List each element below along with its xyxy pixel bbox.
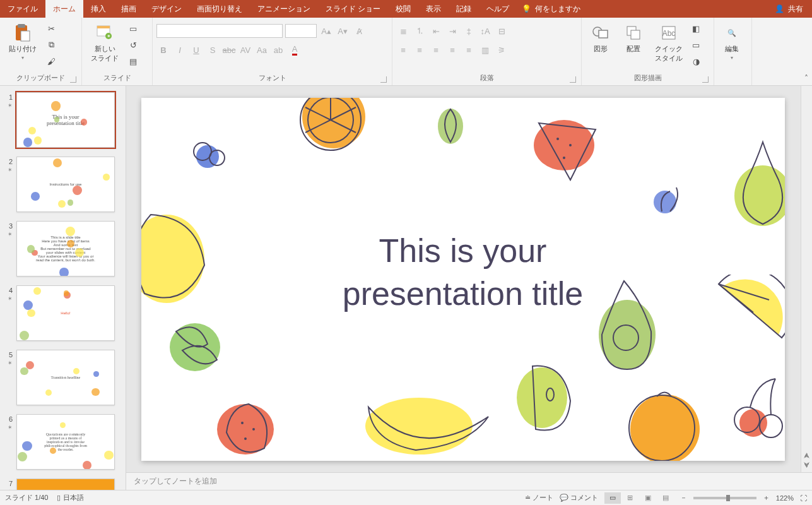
convert-smartart-button[interactable]: ⚞ (495, 43, 509, 57)
highlight-button[interactable]: ab (271, 43, 285, 57)
slide-sorter-view-button[interactable]: ⊞ (622, 492, 638, 504)
shapes-button[interactable]: 図形 (585, 20, 616, 54)
collapse-ribbon-button[interactable]: ˄ (804, 74, 808, 83)
paragraph-dialog-launcher[interactable] (570, 76, 576, 83)
thumbnail-5[interactable]: 5✶Transition headline (4, 350, 122, 405)
char-spacing-button[interactable]: AV (238, 43, 252, 57)
line-spacing-button[interactable]: ‡ (462, 24, 476, 38)
layout-button[interactable]: ▭ (126, 21, 140, 35)
quick-styles-button[interactable]: Abc クイック スタイル (651, 20, 686, 63)
zoom-level[interactable]: 122% (776, 494, 794, 502)
language-indicator[interactable]: ▯ 日本語 (57, 493, 83, 502)
tab-recording[interactable]: 記録 (449, 0, 479, 18)
text-direction-button[interactable]: ↕A (478, 24, 492, 38)
thumb-preview[interactable]: Instructions for use (16, 157, 115, 212)
slideshow-view-button[interactable]: ▤ (657, 492, 674, 504)
format-painter-button[interactable]: 🖌 (44, 54, 58, 68)
reset-button[interactable]: ↺ (126, 38, 140, 52)
increase-font-button[interactable]: A▴ (319, 24, 333, 38)
tab-transitions[interactable]: 画面切り替え (189, 0, 250, 18)
prev-slide-button[interactable]: ⮝ (804, 452, 810, 459)
comments-toggle[interactable]: 💬 コメント (560, 493, 598, 502)
shape-fill-button[interactable]: ◧ (689, 21, 703, 35)
paste-button[interactable]: 貼り付け ▾ (4, 20, 42, 61)
slide-title[interactable]: This is your presentation title (343, 230, 584, 315)
tab-animations[interactable]: アニメーション (250, 0, 318, 18)
bullets-button[interactable]: ≣ (396, 24, 410, 38)
tab-insert[interactable]: 挿入 (83, 0, 114, 18)
change-case-button[interactable]: Aa (255, 43, 269, 57)
font-dialog-launcher[interactable] (380, 76, 387, 83)
decrease-font-button[interactable]: A▾ (336, 24, 350, 38)
tab-home[interactable]: ホーム (45, 0, 83, 18)
paste-label: 貼り付け (9, 44, 37, 54)
tab-slideshow[interactable]: スライド ショー (318, 0, 388, 18)
cut-button[interactable]: ✂ (44, 21, 58, 35)
tab-file[interactable]: ファイル (0, 0, 45, 18)
notes-pane[interactable]: タップしてノートを追加 (126, 472, 812, 490)
shape-outline-button[interactable]: ▭ (689, 38, 703, 52)
zoom-out-button[interactable]: － (680, 493, 687, 502)
thumb-preview[interactable]: Big concept (16, 478, 115, 490)
tab-draw[interactable]: 描画 (114, 0, 144, 18)
shape-effects-button[interactable]: ◑ (689, 54, 703, 68)
tab-view[interactable]: 表示 (418, 0, 449, 18)
tab-design[interactable]: デザイン (144, 0, 189, 18)
thumb-preview[interactable]: This is your presentation title (16, 92, 115, 148)
font-size-combo[interactable] (285, 24, 317, 38)
thumbnail-3[interactable]: 3✶This is a slide title Here you have a … (4, 221, 122, 276)
thumbnail-7[interactable]: 7✶Big concept (4, 478, 122, 490)
clipboard-dialog-launcher[interactable] (70, 76, 76, 83)
thumb-preview[interactable]: This is a slide title Here you have a li… (16, 221, 115, 276)
slide-canvas[interactable]: This is your presentation title (141, 98, 785, 461)
zoom-slider[interactable] (693, 497, 756, 499)
editing-button[interactable]: 🔍 編集 ▾ (718, 20, 746, 61)
zoom-in-button[interactable]: ＋ (763, 493, 770, 502)
align-right-button[interactable]: ≡ (429, 43, 443, 57)
font-name-combo[interactable] (156, 24, 283, 38)
thumb-preview[interactable]: Quotations are commonly printed as a mea… (16, 414, 115, 470)
thumb-preview[interactable]: Transition headline (16, 350, 115, 405)
align-text-button[interactable]: ⊟ (495, 24, 509, 38)
thumbnail-6[interactable]: 6✶Quotations are commonly printed as a m… (4, 414, 122, 470)
columns-button[interactable]: ▥ (478, 43, 492, 57)
group-slides-label: スライド (86, 72, 148, 85)
thumbnail-4[interactable]: 4✶Hello! (4, 285, 122, 341)
vertical-scrollbar[interactable]: ⮝ ⮟ (801, 86, 812, 472)
arrange-button[interactable]: 配置 (618, 20, 649, 54)
thumb-preview[interactable]: Hello! (16, 285, 115, 341)
share-button[interactable]: 👤 共有 (766, 0, 812, 18)
strikethrough-button[interactable]: abc (222, 43, 236, 57)
thumbnail-panel[interactable]: 1✶This is your presentation title2✶Instr… (0, 86, 126, 490)
thumbnail-1[interactable]: 1✶This is your presentation title (4, 92, 122, 148)
increase-indent-button[interactable]: ⇥ (445, 24, 459, 38)
drawing-dialog-launcher[interactable] (702, 76, 709, 83)
thumbnail-2[interactable]: 2✶Instructions for use (4, 157, 122, 212)
slide-counter[interactable]: スライド 1/40 (5, 493, 48, 502)
fit-to-window-button[interactable]: ⛶ (800, 494, 807, 502)
tab-help[interactable]: ヘルプ (479, 0, 517, 18)
notes-toggle[interactable]: ≐ ノート (525, 493, 553, 502)
tell-me-search[interactable]: 💡 何をしますか (522, 0, 580, 18)
next-slide-button[interactable]: ⮟ (804, 461, 810, 468)
numbering-button[interactable]: ⒈ (413, 24, 427, 38)
normal-view-button[interactable]: ▭ (604, 492, 621, 504)
underline-button[interactable]: U (189, 43, 203, 57)
section-button[interactable]: ▤ (126, 54, 140, 68)
align-center-button[interactable]: ≡ (413, 43, 427, 57)
new-slide-button[interactable]: ✶ 新しい スライド (86, 20, 124, 63)
copy-button[interactable]: ⧉ (44, 38, 58, 52)
decrease-indent-button[interactable]: ⇤ (429, 24, 443, 38)
align-left-button[interactable]: ≡ (396, 43, 410, 57)
tab-review[interactable]: 校閲 (388, 0, 418, 18)
svg-point-37 (517, 367, 567, 428)
shadow-button[interactable]: S (206, 43, 220, 57)
distribute-button[interactable]: ≡ (462, 43, 476, 57)
font-color-button[interactable]: A (288, 43, 302, 57)
clear-format-button[interactable]: A̷ (352, 24, 366, 38)
share-label: 共有 (788, 4, 803, 15)
italic-button[interactable]: I (173, 43, 187, 57)
bold-button[interactable]: B (156, 43, 170, 57)
reading-view-button[interactable]: ▣ (640, 492, 656, 504)
justify-button[interactable]: ≡ (445, 43, 459, 57)
